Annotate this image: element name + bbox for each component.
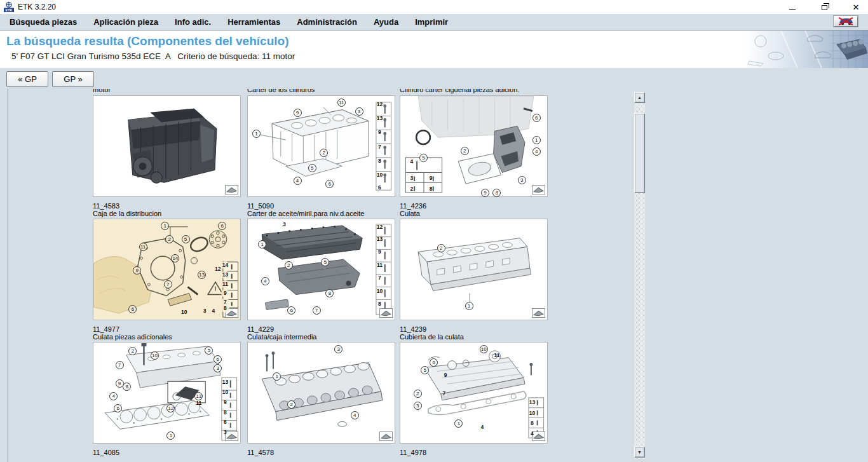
page-corner-icon[interactable]: [379, 431, 393, 441]
result-tile-carter-piezas-adicion[interactable]: 6142539843928: [400, 95, 548, 197]
vehicle-context-line: 5' F07 GT LCI Gran Turismo 535d ECE A Cr…: [11, 51, 295, 61]
caption-code-11-4085: 11_4085: [93, 449, 119, 456]
close-button[interactable]: ✕: [849, 1, 863, 13]
caption-motor: motor: [93, 89, 111, 93]
result-tile-caja-distribucion-selected[interactable]: 1625111491312761034141311978: [93, 219, 241, 320]
callout-number: 9: [442, 371, 450, 379]
callout-number: 9: [427, 174, 435, 182]
page-corner-icon[interactable]: [532, 308, 545, 318]
callout-number: 11: [337, 99, 346, 107]
caption-cubierta-culata: 11_4239 Cubierta de la culata: [400, 325, 464, 341]
svg-text:ETK: ETK: [6, 8, 13, 12]
part-name: Carter de aceite/miril.para niv.d.aceite: [247, 210, 364, 217]
callout-number: 5: [419, 154, 428, 162]
caption-carter-aceite: 11_5090 Carter de aceite/miril.para niv.…: [247, 202, 364, 217]
part-name: Cubierta de la culata: [400, 333, 464, 341]
result-tile-culata[interactable]: 21: [400, 219, 548, 320]
restore-button[interactable]: [817, 1, 831, 13]
page-title: La búsqueda resulta (Componentes del veh…: [6, 34, 288, 48]
result-tile-cubierta-culata[interactable]: 101165927314131084: [400, 342, 548, 444]
callout-number: 8: [123, 383, 131, 391]
ladder-frame-diagram: [248, 343, 395, 443]
menu-busqueda-piezas[interactable]: Búsqueda piezas: [1, 14, 85, 30]
callout-number: 2: [285, 261, 293, 269]
callout-number: 6: [287, 306, 295, 315]
callout-number: 8: [221, 409, 229, 417]
callout-number: 5: [182, 235, 190, 243]
caption-code-11-4578: 11_4578: [247, 449, 274, 456]
caption-caja-distribucion: 11_4583 Caja de la distribucion: [93, 202, 161, 217]
result-tile-culata-caja-intermedia[interactable]: 3124: [247, 342, 395, 444]
callout-number: 9: [294, 109, 302, 117]
menu-herramientas[interactable]: Herramientas: [219, 14, 288, 30]
menu-administracion[interactable]: Administración: [288, 14, 365, 30]
header-collage-image: [744, 31, 868, 68]
part-code: 11_4239: [400, 325, 464, 333]
results-viewport: motor Carter de los cilindros Cilindro c…: [8, 89, 633, 462]
callout-number: 8: [427, 185, 435, 193]
callout-number: 2: [165, 235, 173, 243]
callout-number: 6: [532, 114, 541, 122]
callout-number: 10: [480, 345, 488, 353]
callout-number: 11: [492, 351, 501, 360]
crankcase-diagram: [248, 96, 395, 196]
part-code: 11_4229: [247, 325, 316, 333]
oil-pan-diagram: [248, 219, 395, 320]
callout-number: 2: [414, 390, 422, 398]
callout-number: 8: [376, 157, 384, 165]
menu-ayuda[interactable]: Ayuda: [365, 14, 407, 30]
gp-previous-button[interactable]: « GP: [6, 71, 48, 87]
caption-culata: 11_4236 Culata: [400, 202, 426, 217]
callout-number: 10: [376, 171, 384, 179]
callout-number: 3: [221, 428, 229, 437]
part-code: 11_4236: [400, 202, 426, 210]
part-code: 11_4977: [93, 325, 172, 333]
vertical-scrollbar[interactable]: ▲ ▼: [634, 92, 645, 459]
callout-number: 4: [351, 411, 359, 419]
callout-number: 4: [528, 430, 536, 438]
callout-number: 9: [221, 289, 229, 297]
part-name: Caja de la distribucion: [93, 210, 161, 217]
page-corner-icon[interactable]: [532, 185, 545, 194]
callout-number: 9: [376, 248, 384, 256]
menu-imprimir[interactable]: Imprimir: [407, 14, 456, 30]
etk-app-icon: ETK: [4, 2, 14, 12]
gp-next-button[interactable]: GP »: [52, 71, 94, 87]
callout-number: 7: [376, 143, 384, 151]
callout-number: 11: [139, 243, 147, 251]
page-corner-icon[interactable]: [379, 308, 393, 318]
menu-info-adic[interactable]: Info adic.: [166, 14, 219, 30]
result-tile-carter-cilindros[interactable]: 1911325461213978106: [247, 95, 395, 197]
callout-number: 3: [414, 402, 422, 410]
scroll-up-button[interactable]: ▲: [634, 92, 645, 103]
part-code: 11_4583: [93, 202, 161, 210]
minimize-button[interactable]: [785, 1, 799, 13]
callout-number: 11: [376, 261, 384, 269]
callout-number: 3: [201, 307, 209, 315]
callout-number: 10: [151, 351, 159, 360]
result-tile-carter-aceite[interactable]: 3125486712139117108: [247, 219, 395, 320]
valve-cover-diagram: [400, 343, 547, 443]
callout-number: 11: [221, 280, 229, 289]
callout-number: 7: [440, 390, 448, 398]
part-code: 11_5090: [247, 202, 364, 210]
result-tile-culata-piezas-adicionales[interactable]: 21056379846121311113109863: [93, 342, 241, 444]
callout-number: 9: [221, 398, 229, 407]
callout-number: 1: [465, 302, 473, 310]
window-titlebar: ETK ETK 3.2.20 ✕: [0, 0, 868, 14]
menu-aplicacion-pieza[interactable]: Aplicación pieza: [85, 14, 166, 30]
scroll-down-button[interactable]: ▼: [634, 447, 645, 458]
callout-number: 12: [376, 223, 384, 231]
callout-number: 13: [528, 398, 536, 407]
callout-number: 8: [528, 419, 536, 428]
caption-code-11-4978: 11_4978: [400, 449, 426, 456]
callout-number: 5: [308, 164, 316, 172]
page-corner-icon[interactable]: [225, 185, 238, 194]
result-tile-motor[interactable]: [93, 95, 241, 197]
no-vehicle-button[interactable]: [834, 16, 858, 27]
menu-bar: Búsqueda piezas Aplicación pieza Info ad…: [0, 14, 868, 31]
scrollbar-thumb[interactable]: [634, 113, 645, 193]
callout-number: 14: [221, 261, 229, 269]
part-name: Culata/caja intermedia: [247, 333, 316, 341]
restore-icon: [822, 5, 827, 10]
